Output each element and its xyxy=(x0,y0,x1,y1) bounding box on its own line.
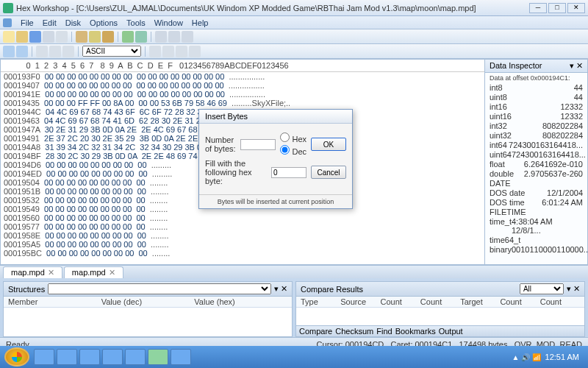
hex-row[interactable]: 000195BC 00 00 00 00 00 00 00 00 00 ....… xyxy=(4,249,481,258)
document-tabs: map.mpd✕ map.mpd✕ xyxy=(0,265,588,278)
insert-bytes-dialog: Insert Bytes Number of bytes: Hex Dec OK… xyxy=(198,109,353,209)
menu-disk[interactable]: Disk xyxy=(65,18,81,27)
inspector-row: DOS date12/1/2004 xyxy=(490,188,583,197)
inspector-row: FILETIME xyxy=(490,208,583,216)
tool-b-icon[interactable] xyxy=(16,46,28,57)
close-button[interactable]: ✕ xyxy=(567,3,585,13)
cut-icon[interactable] xyxy=(76,31,87,43)
col-count3[interactable]: Count xyxy=(500,297,539,306)
tab-checksum[interactable]: Checksum xyxy=(335,327,373,336)
menubar: File Edit Disk Options Tools Window Help xyxy=(0,16,588,29)
tab-compare[interactable]: Compare xyxy=(299,327,332,336)
col-type[interactable]: Type xyxy=(301,297,340,306)
menu-file[interactable]: File xyxy=(21,18,34,27)
inspector-pin-icon[interactable]: ▾ ✕ xyxy=(570,61,583,71)
hex-row[interactable]: 00019560 00 00 00 00 00 00 00 00 00 ....… xyxy=(4,213,481,222)
col-count[interactable]: Count xyxy=(381,297,420,306)
tool-a-icon[interactable] xyxy=(3,46,15,57)
tab-1[interactable]: map.mpd✕ xyxy=(64,266,123,278)
maximize-button[interactable]: □ xyxy=(548,3,566,13)
col-value-dec[interactable]: Value (dec) xyxy=(101,297,195,306)
close-icon[interactable]: ✕ xyxy=(109,268,115,277)
task-hexworkshop-icon[interactable] xyxy=(148,349,168,365)
panel-close-icon[interactable]: ▾ ✕ xyxy=(274,284,287,294)
inspector-row: uint64724300163164418... xyxy=(490,150,583,159)
structure-select[interactable] xyxy=(48,283,271,294)
hex-row[interactable]: 00019407 00 00 00 00 00 00 00 00 00 00 0… xyxy=(4,81,481,90)
save-icon[interactable] xyxy=(29,31,41,43)
tool-e-icon[interactable] xyxy=(62,46,74,57)
start-button[interactable] xyxy=(4,347,29,367)
find-icon[interactable] xyxy=(155,31,167,43)
hex-row[interactable]: 0001941E 00 00 00 00 00 00 00 00 00 00 0… xyxy=(4,90,481,99)
menu-options[interactable]: Options xyxy=(90,18,118,27)
open-icon[interactable] xyxy=(16,31,28,43)
menu-edit[interactable]: Edit xyxy=(43,18,57,27)
cancel-button[interactable]: Cancel xyxy=(311,166,346,179)
hex-row[interactable]: 000195A5 00 00 00 00 00 00 00 00 00 ....… xyxy=(4,240,481,249)
inspector-row: DATE xyxy=(490,179,583,188)
inspector-row: binary0010110000110000... xyxy=(490,245,583,254)
hex-row[interactable]: 0001958E 00 00 00 00 00 00 00 00 00 ....… xyxy=(4,231,481,240)
menu-tools[interactable]: Tools xyxy=(126,18,146,27)
undo-icon[interactable] xyxy=(122,31,134,43)
nav-first-icon[interactable] xyxy=(149,46,161,57)
saveall-icon[interactable] xyxy=(43,31,54,43)
task-media-icon[interactable] xyxy=(79,349,100,365)
paste-icon[interactable] xyxy=(102,31,114,43)
inspector-row: int1612332 xyxy=(490,102,583,111)
hex-row[interactable]: 00019435 00 00 00 FF FF 00 8A 00 00 00 5… xyxy=(4,99,481,107)
close-icon[interactable]: ✕ xyxy=(48,268,54,277)
task-ie-icon[interactable] xyxy=(34,349,54,365)
task-app3-icon[interactable] xyxy=(171,349,191,365)
inspector-row: double2.9705637e-260 xyxy=(490,169,583,178)
tool-c-icon[interactable] xyxy=(36,46,48,57)
copy-icon[interactable] xyxy=(89,31,101,43)
num-bytes-input[interactable] xyxy=(240,139,276,150)
col-target[interactable]: Target xyxy=(460,297,500,306)
compare-title: Compare Results xyxy=(301,285,363,294)
structures-panel: Structures ▾ ✕ Member Value (dec) Value … xyxy=(3,281,293,337)
nav-last-icon[interactable] xyxy=(189,46,201,57)
tab-0[interactable]: map.mpd✕ xyxy=(3,266,62,278)
replace-icon[interactable] xyxy=(168,31,180,43)
panel-close-icon[interactable]: ▾ ✕ xyxy=(567,284,580,294)
new-icon[interactable] xyxy=(3,31,15,43)
tab-find[interactable]: Find xyxy=(376,327,392,336)
col-count4[interactable]: Count xyxy=(540,297,580,306)
fill-byte-input[interactable] xyxy=(271,167,306,178)
col-member[interactable]: Member xyxy=(8,297,101,306)
inspector-row: int844 xyxy=(490,83,583,92)
col-source[interactable]: Source xyxy=(340,297,380,306)
tab-output[interactable]: Output xyxy=(439,327,463,336)
hex-row[interactable]: 00019577 00 00 00 00 00 00 00 00 00 ....… xyxy=(4,222,481,231)
minimize-button[interactable]: ─ xyxy=(529,3,547,13)
dialog-title: Insert Bytes xyxy=(199,110,352,124)
task-explorer-icon[interactable] xyxy=(57,349,77,365)
print-icon[interactable] xyxy=(56,31,68,43)
menu-icon xyxy=(3,18,12,27)
nav-next-icon[interactable] xyxy=(176,46,187,57)
encoding-select[interactable]: ASCII xyxy=(82,46,141,57)
task-app2-icon[interactable] xyxy=(125,349,146,365)
ok-button[interactable]: OK xyxy=(311,138,346,151)
menu-help[interactable]: Help xyxy=(192,18,209,27)
goto-icon[interactable] xyxy=(182,31,193,43)
task-app1-icon[interactable] xyxy=(102,349,123,365)
structures-title: Structures xyxy=(8,285,45,294)
system-tray[interactable]: ▲ 🔊 📶 12:51 AM xyxy=(512,353,584,361)
tool-d-icon[interactable] xyxy=(49,46,61,57)
col-value-hex[interactable]: Value (hex) xyxy=(194,297,287,306)
redo-icon[interactable] xyxy=(135,31,147,43)
inspector-row: uint844 xyxy=(490,93,583,102)
nav-prev-icon[interactable] xyxy=(162,46,174,57)
radio-dec[interactable]: Dec xyxy=(280,145,306,156)
radio-hex[interactable]: Hex xyxy=(280,132,306,144)
hex-row[interactable]: 000193F0 00 00 00 00 00 00 00 00 00 00 0… xyxy=(4,72,481,81)
col-count2[interactable]: Count xyxy=(420,297,460,306)
compare-filter[interactable]: All xyxy=(520,283,564,294)
taskbar: ▲ 🔊 📶 12:51 AM xyxy=(0,346,588,368)
inspector-row: time_t4:38:04 AM 12/8/1... xyxy=(490,217,583,235)
tab-bookmarks[interactable]: Bookmarks xyxy=(395,327,436,336)
menu-window[interactable]: Window xyxy=(154,18,183,27)
